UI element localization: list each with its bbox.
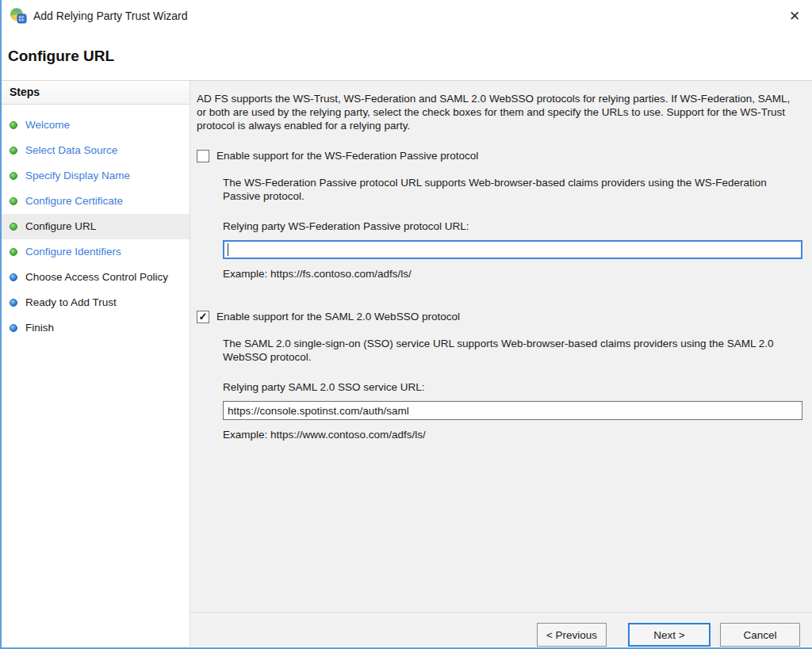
titlebar: Add Relying Party Trust Wizard ✕	[2, 0, 812, 32]
wsfed-checkbox-label[interactable]: Enable support for the WS-Federation Pas…	[216, 149, 478, 162]
wsfed-url-label: Relying party WS-Federation Passive prot…	[223, 220, 802, 233]
close-icon[interactable]: ✕	[777, 0, 812, 32]
content-pane: AD FS supports the WS-Trust, WS-Federati…	[190, 81, 812, 647]
step-current-bullet-icon	[10, 223, 17, 231]
sidebar-item-select-data-source[interactable]: Select Data Source	[2, 138, 190, 163]
wsfed-example-text: Example: https://fs.contoso.com/adfs/ls/	[223, 267, 802, 281]
sidebar-item-finish: Finish	[2, 315, 190, 341]
wsfed-section: The WS-Federation Passive protocol URL s…	[223, 176, 802, 281]
wsfed-url-input[interactable]	[223, 240, 802, 259]
sidebar-item-configure-identifiers[interactable]: Configure Identifiers	[2, 239, 190, 265]
step-upcoming-bullet-icon	[10, 273, 17, 281]
step-upcoming-bullet-icon	[10, 299, 17, 307]
sidebar-item-configure-url: Configure URL	[2, 214, 190, 239]
sidebar-item-ready-to-add-trust: Ready to Add Trust	[2, 290, 190, 315]
sidebar-item-choose-access-control-policy: Choose Access Control Policy	[2, 265, 190, 290]
saml-checkbox-row: ✓ Enable support for the SAML 2.0 WebSSO…	[197, 310, 802, 323]
step-upcoming-bullet-icon	[10, 324, 17, 332]
intro-text: AD FS supports the WS-Trust, WS-Federati…	[197, 92, 802, 132]
page-title: Configure URL	[2, 32, 812, 81]
saml-description: The SAML 2.0 single-sign-on (SSO) servic…	[223, 337, 802, 364]
configure-url-form: AD FS supports the WS-Trust, WS-Federati…	[190, 81, 812, 613]
wizard-window: Add Relying Party Trust Wizard ✕ Configu…	[0, 0, 812, 649]
saml-section: The SAML 2.0 single-sign-on (SSO) servic…	[223, 337, 802, 441]
wsfed-checkbox-row: Enable support for the WS-Federation Pas…	[197, 149, 802, 162]
wsfed-checkbox[interactable]	[197, 150, 209, 162]
sidebar-item-welcome[interactable]: Welcome	[2, 113, 190, 138]
steps-heading: Steps	[2, 81, 190, 105]
wsfed-description: The WS-Federation Passive protocol URL s…	[223, 176, 802, 203]
saml-checkbox-label[interactable]: Enable support for the SAML 2.0 WebSSO p…	[216, 310, 460, 323]
wizard-body: Steps Welcome Select Data Source Specify…	[2, 81, 812, 647]
saml-url-label: Relying party SAML 2.0 SSO service URL:	[223, 380, 802, 394]
wizard-button-bar: < Previous Next > Cancel	[190, 613, 812, 647]
next-button[interactable]: Next >	[628, 623, 710, 647]
step-done-bullet-icon	[10, 147, 17, 155]
text-caret	[228, 243, 228, 256]
relying-party-trust-icon	[10, 7, 27, 25]
saml-url-input[interactable]	[223, 401, 802, 420]
step-done-bullet-icon	[10, 248, 17, 256]
cancel-button[interactable]: Cancel	[720, 623, 800, 647]
sidebar-item-specify-display-name[interactable]: Specify Display Name	[2, 163, 190, 189]
steps-sidebar: Steps Welcome Select Data Source Specify…	[2, 81, 190, 647]
previous-button[interactable]: < Previous	[537, 623, 607, 647]
step-done-bullet-icon	[10, 121, 17, 129]
step-done-bullet-icon	[10, 172, 17, 180]
sidebar-item-configure-certificate[interactable]: Configure Certificate	[2, 189, 190, 214]
saml-checkbox[interactable]: ✓	[197, 311, 209, 323]
steps-list: Welcome Select Data Source Specify Displ…	[2, 105, 190, 341]
saml-example-text: Example: https://www.contoso.com/adfs/ls…	[223, 428, 802, 441]
step-done-bullet-icon	[10, 197, 17, 205]
window-title: Add Relying Party Trust Wizard	[33, 10, 188, 22]
